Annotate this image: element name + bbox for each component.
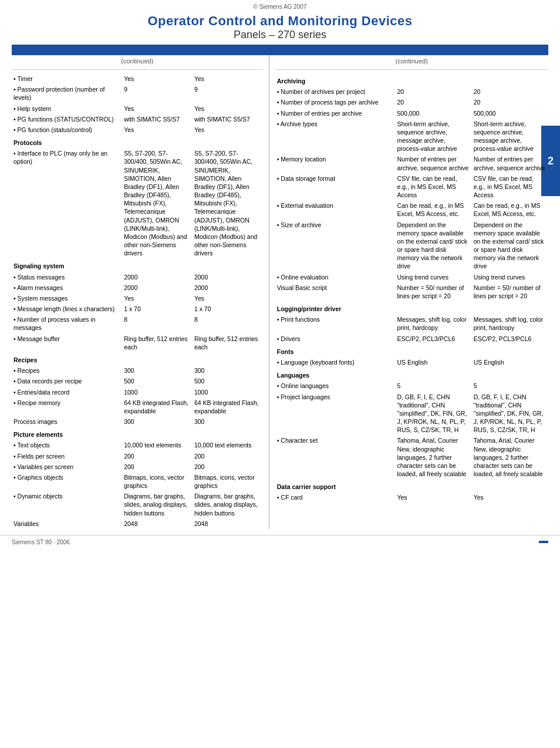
row-val2: S5, S7-200, S7-300/400, 505Win AC, SINUM… <box>193 148 263 258</box>
table-row: • Recipe memory64 KB integrated Flash, e… <box>12 397 263 416</box>
table-row: • Language (keyboard fonts)US EnglishUS … <box>275 357 548 368</box>
row-val1: 20 <box>395 97 471 107</box>
row-val1: 20 <box>395 86 471 97</box>
row-val1: 2048 <box>122 518 193 529</box>
section-header-row: Languages <box>275 368 548 380</box>
table-row: • Recipes300300 <box>12 365 263 376</box>
row-val1: 500,000 <box>395 108 471 119</box>
table-row: • Entries/data record10001000 <box>12 387 263 397</box>
row-val1: Number = 50/ number of lines per script … <box>395 282 471 301</box>
row-val1: 2000 <box>122 282 193 293</box>
row-val1: 500 <box>122 376 193 386</box>
table-row: • Data records per recipe500500 <box>12 376 263 386</box>
row-label: • Data storage format <box>275 173 396 201</box>
left-continued: (continued) <box>12 55 263 70</box>
row-label: • External evaluation <box>275 200 396 219</box>
table-row: • TimerYesYes <box>12 73 263 84</box>
row-val1: Diagrams, bar graphs, slides, analog dis… <box>122 491 193 518</box>
row-label: Variables <box>12 518 122 529</box>
row-val1: 1000 <box>122 387 193 397</box>
table-row: • Help systemYesYes <box>12 103 263 114</box>
table-row: • Message bufferRing buffer, 512 entries… <box>12 333 263 352</box>
row-label: • Fields per screen <box>12 451 122 461</box>
row-val1: Number of entries per archive, sequence … <box>395 154 471 173</box>
row-label: • Data records per recipe <box>12 376 122 386</box>
decorative-bar <box>12 45 548 55</box>
row-label: • Character set <box>275 435 396 479</box>
row-label: • Number of process tags per archive <box>275 97 396 107</box>
row-val2: 9 <box>193 84 263 103</box>
table-row: • CF cardYesYes <box>275 492 548 503</box>
row-label: • Drivers <box>275 333 396 344</box>
row-val2: Can be read, e.g., in MS Excel, MS Acces… <box>472 200 548 219</box>
row-val1: 2000 <box>122 272 193 282</box>
row-val2: Bitmaps, icons, vector graphics <box>193 472 263 491</box>
row-label: • Print functions <box>275 314 396 333</box>
table-row: • Number of process values in messages88 <box>12 314 263 333</box>
row-val1: US English <box>395 357 471 368</box>
row-label: • Alarm messages <box>12 282 122 293</box>
table-row: • Archive typesShort-term archive, seque… <box>275 119 548 154</box>
table-row: • Online languages55 <box>275 380 548 391</box>
row-label: • Timer <box>12 73 122 84</box>
row-val1: CSV file, can be read, e.g., in MS Excel… <box>395 173 471 201</box>
row-val2: Yes <box>193 103 263 114</box>
row-val1: Yes <box>122 103 193 114</box>
row-label: • Entries/data record <box>12 387 122 397</box>
row-val2: Messages, shift log, color print, hardco… <box>472 314 548 333</box>
row-val2: with SIMATIC S5/S7 <box>193 114 263 124</box>
table-row: • External evaluationCan be read, e.g., … <box>275 200 548 219</box>
table-row: • Number of process tags per archive2020 <box>275 97 548 107</box>
row-label: • Number of entries per archive <box>275 108 396 119</box>
row-label: • Graphics objects <box>12 472 122 491</box>
row-val1: 5 <box>395 380 471 391</box>
section-header-row: Picture elements <box>12 427 263 440</box>
row-label: • PG function (status/control) <box>12 124 122 135</box>
row-val2: 1 x 70 <box>193 304 263 314</box>
row-val1: 300 <box>122 416 193 427</box>
row-label: • Size of archive <box>275 220 396 272</box>
row-val2: US English <box>472 357 548 368</box>
row-label: • Status messages <box>12 272 122 282</box>
main-content: (continued) • TimerYesYes• Password prot… <box>12 55 548 529</box>
row-val2: 500 <box>193 376 263 386</box>
row-label: • CF card <box>275 492 396 503</box>
table-row: • Password protection (number of levels)… <box>12 84 263 103</box>
row-val2: 64 KB integrated Flash, expandable <box>193 397 263 416</box>
row-val1: Yes <box>122 293 193 304</box>
row-label: • Help system <box>12 103 122 114</box>
row-val1: Using trend curves <box>395 272 471 282</box>
row-val1: 8 <box>122 314 193 333</box>
row-label: • Memory location <box>275 154 396 173</box>
row-val1: ESC/P2, PCL3/PCL6 <box>395 333 471 344</box>
row-val2: Diagrams, bar graphs, slides, analog dis… <box>193 491 263 518</box>
row-val2: Using trend curves <box>472 272 548 282</box>
table-row: Process images300300 <box>12 416 263 427</box>
row-val2: Dependent on the memory space available … <box>472 220 548 272</box>
row-val2: 200 <box>193 451 263 461</box>
row-val1: Can be read, e.g., in MS Excel, MS Acces… <box>395 200 471 219</box>
row-label: • Number of process values in messages <box>12 314 122 333</box>
row-val1: Short-term archive, sequence archive, me… <box>395 119 471 154</box>
row-val2: Yes <box>472 492 548 503</box>
table-row: Visual Basic scriptNumber = 50/ number o… <box>275 282 548 301</box>
row-val2: Short-term archive, sequence archive, me… <box>472 119 548 154</box>
row-val1: Messages, shift log, color print, hardco… <box>395 314 471 333</box>
page-header: © Siemens AG 2007 Operator Control and M… <box>0 0 560 55</box>
table-row: • Status messages20002000 <box>12 272 263 282</box>
row-val2: Ring buffer, 512 entries each <box>193 333 263 352</box>
table-row: • Size of archiveDependent on the memory… <box>275 220 548 272</box>
row-val1: D, GB, F, I, E, CHN "traditional", CHN "… <box>395 392 471 436</box>
row-label: Process images <box>12 416 122 427</box>
row-val1: 64 KB integrated Flash, expandable <box>122 397 193 416</box>
row-val2: 8 <box>193 314 263 333</box>
section-header-row: Logging/printer driver <box>275 301 548 314</box>
table-row: • System messagesYesYes <box>12 293 263 304</box>
table-row: • Alarm messages20002000 <box>12 282 263 293</box>
row-val1: Yes <box>122 73 193 84</box>
row-val1: Yes <box>395 492 471 503</box>
row-val1: with SIMATIC S5/S7 <box>122 114 193 124</box>
row-val2: Yes <box>193 73 263 84</box>
section-header-row: Fonts <box>275 344 548 357</box>
row-val2: 2000 <box>193 272 263 282</box>
